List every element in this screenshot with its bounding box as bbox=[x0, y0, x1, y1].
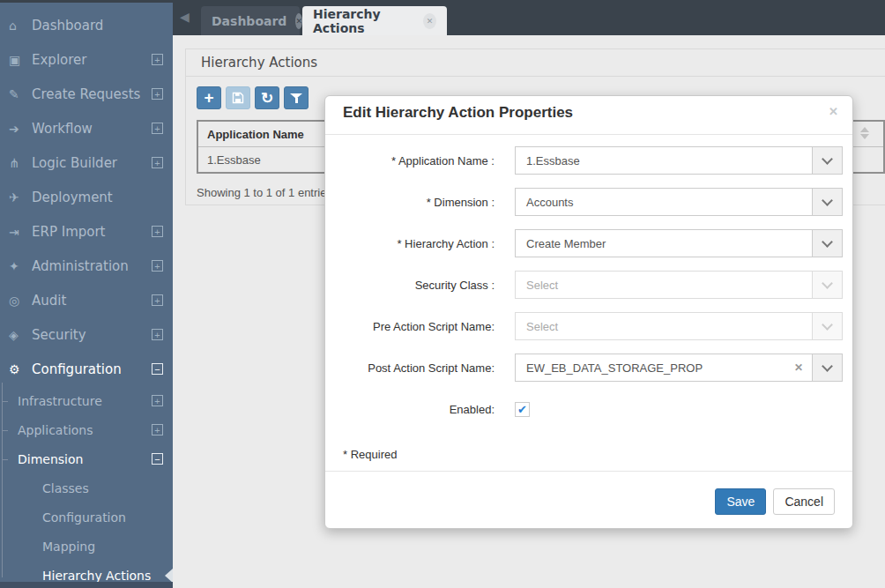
expand-plus-icon[interactable]: + bbox=[152, 123, 163, 134]
sidebar-item-label: Create Requests bbox=[32, 86, 152, 102]
sidebar-item-label: Dimension bbox=[18, 452, 152, 466]
sidebar-item-workflow[interactable]: ➔ Workflow + bbox=[0, 111, 173, 145]
expand-plus-icon[interactable]: + bbox=[152, 226, 163, 237]
sidebar-item-configuration-sub[interactable]: Configuration bbox=[0, 502, 173, 532]
tab-dashboard[interactable]: Dashboard ✕ bbox=[201, 6, 300, 35]
sort-icon[interactable] bbox=[860, 127, 869, 139]
sidebar-item-applications[interactable]: Applications + bbox=[0, 415, 173, 444]
dialog-title: Edit Hierarchy Action Properties bbox=[343, 104, 573, 121]
hierarchy-action-value: Create Member bbox=[516, 237, 812, 250]
refresh-button[interactable]: ↻ bbox=[255, 86, 279, 109]
chevron-down-icon bbox=[812, 272, 842, 298]
dialog-body: * Application Name : 1.Essbase * Dimensi… bbox=[325, 135, 852, 461]
expand-plus-icon[interactable]: + bbox=[152, 424, 163, 435]
logic-builder-icon: ⋔ bbox=[9, 156, 32, 170]
expand-plus-icon[interactable]: + bbox=[152, 88, 163, 100]
filter-button[interactable] bbox=[284, 86, 309, 109]
tab-close-icon[interactable]: ✕ bbox=[423, 13, 436, 29]
sidebar-item-label: Configuration bbox=[42, 510, 126, 525]
post-action-script-label: Post Action Script Name: bbox=[325, 361, 495, 375]
chevron-down-icon[interactable] bbox=[812, 354, 842, 381]
cancel-button[interactable]: Cancel bbox=[773, 488, 835, 515]
sidebar-item-dimension[interactable]: Dimension − bbox=[0, 444, 173, 473]
pre-action-script-placeholder: Select bbox=[516, 320, 812, 333]
clear-selection-icon[interactable]: ✕ bbox=[794, 361, 803, 374]
sidebar: ⌂ Dashboard ▣ Explorer + ✎ Create Reques… bbox=[0, 3, 173, 588]
sidebar-item-mapping[interactable]: Mapping bbox=[0, 532, 173, 561]
chevron-down-icon[interactable] bbox=[812, 147, 842, 174]
expand-plus-icon[interactable]: + bbox=[152, 260, 163, 272]
chevron-down-icon bbox=[812, 313, 842, 339]
erp-import-icon: ⇥ bbox=[9, 225, 32, 239]
expand-plus-icon[interactable]: + bbox=[152, 54, 163, 65]
tab-hierarchy-actions[interactable]: Hierarchy Actions ✕ bbox=[302, 6, 447, 35]
security-class-placeholder: Select bbox=[516, 279, 812, 292]
sidebar-item-label: Audit bbox=[32, 293, 152, 309]
enabled-checkbox[interactable]: ✔ bbox=[515, 402, 530, 417]
sidebar-item-label: Deployment bbox=[32, 190, 163, 205]
collapse-minus-icon[interactable]: − bbox=[152, 363, 163, 375]
pre-action-script-select[interactable]: Select bbox=[515, 312, 843, 340]
chevron-down-icon[interactable] bbox=[812, 189, 842, 215]
edit-hierarchy-action-dialog: Edit Hierarchy Action Properties ✕ * App… bbox=[324, 95, 853, 529]
sidebar-item-erp-import[interactable]: ⇥ ERP Import + bbox=[0, 214, 173, 249]
sidebar-item-label: Logic Builder bbox=[32, 155, 152, 171]
sidebar-item-security[interactable]: ◈ Security + bbox=[0, 317, 173, 352]
sidebar-item-dashboard[interactable]: ⌂ Dashboard bbox=[0, 8, 173, 42]
sidebar-item-label: Infrastructure bbox=[18, 394, 152, 408]
chevron-down-icon[interactable] bbox=[812, 230, 842, 257]
expand-plus-icon[interactable]: + bbox=[152, 294, 163, 306]
sidebar-item-configuration[interactable]: ⚙ Configuration − bbox=[0, 352, 173, 386]
sidebar-item-label: Configuration bbox=[32, 361, 152, 377]
dimension-label: * Dimension : bbox=[325, 196, 495, 209]
sidebar-item-classes[interactable]: Classes bbox=[0, 473, 173, 502]
sidebar-item-create-requests[interactable]: ✎ Create Requests + bbox=[0, 77, 173, 111]
sidebar-item-label: Applications bbox=[18, 423, 152, 437]
sidebar-item-explorer[interactable]: ▣ Explorer + bbox=[0, 42, 173, 77]
expand-plus-icon[interactable]: + bbox=[152, 329, 163, 340]
tab-label: Hierarchy Actions bbox=[313, 7, 414, 35]
save-button[interactable] bbox=[226, 86, 250, 109]
expand-plus-icon[interactable]: + bbox=[152, 157, 163, 168]
tab-close-icon[interactable]: ✕ bbox=[295, 13, 302, 29]
application-name-value: 1.Essbase bbox=[516, 154, 812, 167]
sidebar-item-label: ERP Import bbox=[32, 224, 152, 240]
dialog-close-icon[interactable]: ✕ bbox=[829, 105, 838, 118]
create-requests-icon: ✎ bbox=[9, 87, 32, 101]
configuration-icon: ⚙ bbox=[9, 362, 32, 376]
sidebar-item-administration[interactable]: ✦ Administration + bbox=[0, 249, 173, 283]
sidebar-item-label: Explorer bbox=[32, 52, 152, 68]
application-name-select[interactable]: 1.Essbase bbox=[515, 146, 843, 175]
save-button[interactable]: Save bbox=[715, 488, 766, 515]
collapse-minus-icon[interactable]: − bbox=[152, 453, 163, 465]
security-class-select[interactable]: Select bbox=[515, 271, 843, 299]
table-cell-application-name: 1.Essbase bbox=[207, 153, 261, 167]
column-header-application-name: Application Name bbox=[207, 128, 304, 141]
sidebar-item-label: Workflow bbox=[32, 121, 152, 137]
sidebar-item-audit[interactable]: ◎ Audit + bbox=[0, 283, 173, 317]
post-action-script-select[interactable]: EW_EB_DATA_STORAGE_PROP ✕ bbox=[515, 354, 843, 382]
security-icon: ◈ bbox=[9, 328, 32, 342]
expand-plus-icon[interactable]: + bbox=[152, 395, 163, 406]
sidebar-item-label: Dashboard bbox=[32, 18, 163, 33]
filter-icon bbox=[290, 93, 302, 104]
sidebar-item-label: Mapping bbox=[42, 540, 95, 554]
administration-icon: ✦ bbox=[9, 259, 32, 273]
explorer-icon: ▣ bbox=[9, 53, 32, 67]
save-icon bbox=[232, 92, 244, 104]
refresh-icon: ↻ bbox=[261, 91, 273, 106]
workflow-icon: ➔ bbox=[9, 122, 32, 136]
enabled-label: Enabled: bbox=[325, 403, 495, 416]
hierarchy-action-select[interactable]: Create Member bbox=[515, 229, 843, 257]
tab-label: Dashboard bbox=[212, 14, 286, 28]
dimension-select[interactable]: Accounts bbox=[515, 188, 843, 216]
sidebar-item-deployment[interactable]: ✈ Deployment bbox=[0, 180, 173, 214]
sidebar-item-label: Classes bbox=[42, 481, 89, 495]
dimension-value: Accounts bbox=[516, 196, 812, 209]
tab-scroll-left-icon[interactable]: ◀ bbox=[180, 10, 190, 24]
sidebar-item-infrastructure[interactable]: Infrastructure + bbox=[0, 386, 173, 415]
sidebar-item-label: Administration bbox=[32, 258, 152, 274]
sidebar-item-logic-builder[interactable]: ⋔ Logic Builder + bbox=[0, 145, 173, 180]
hierarchy-action-label: * Hierarchy Action : bbox=[325, 237, 495, 250]
add-button[interactable]: + bbox=[197, 86, 221, 109]
